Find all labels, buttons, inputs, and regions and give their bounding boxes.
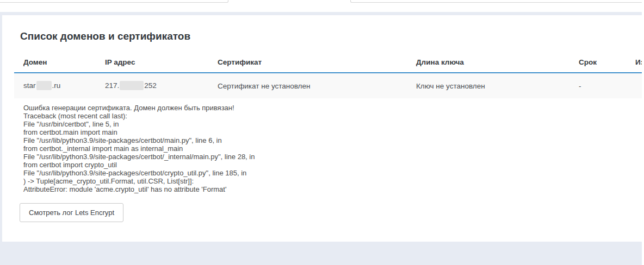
traceback-line: from certbot import crypto_util xyxy=(23,161,644,169)
traceback-line: from certbot.main import main xyxy=(23,128,644,136)
traceback-line: File "/usr/lib/python3.9/site-packages/c… xyxy=(23,169,644,177)
column-header-certificate[interactable]: Сертификат xyxy=(208,52,407,73)
traceback-line: ) -> Tuple[acme_crypto_util.Format, util… xyxy=(23,177,644,185)
inactive-tab-left-partial[interactable] xyxy=(0,0,228,3)
inactive-tab-right-partial[interactable] xyxy=(350,0,644,3)
column-header-key-length[interactable]: Длина ключа xyxy=(407,52,569,73)
view-log-button[interactable]: Смотреть лог Lets Encrypt xyxy=(20,203,123,222)
censored-domain-part xyxy=(36,81,52,90)
traceback-line: from certbot._internal import main as in… xyxy=(23,144,644,153)
traceback-line: Traceback (most recent call last): xyxy=(23,112,644,120)
censored-ip-part xyxy=(120,81,144,90)
table-row[interactable]: star.ru 217.252 Сертификат не установлен… xyxy=(14,73,644,98)
traceback-line: File "/usr/lib/python3.9/site-packages/c… xyxy=(23,153,644,161)
cell-certificate: Сертификат не установлен xyxy=(208,73,407,98)
traceback-line: File "/usr/lib/python3.9/site-packages/c… xyxy=(23,136,644,144)
page-title: Список доменов и сертификатов xyxy=(20,30,644,42)
column-header-term[interactable]: Срок xyxy=(569,52,626,73)
content-card: Список доменов и сертификатов Домен IP а… xyxy=(2,15,644,242)
cell-ip: 217.252 xyxy=(96,73,208,98)
error-traceback: Ошибка генерации сертификата. Домен долж… xyxy=(23,104,644,193)
domains-table: Домен IP адрес Сертификат Длина ключа Ср… xyxy=(14,52,644,98)
column-header-ip[interactable]: IP адрес xyxy=(96,52,208,73)
cell-domain: star.ru xyxy=(14,73,96,98)
table-header-row: Домен IP адрес Сертификат Длина ключа Ср… xyxy=(14,52,644,73)
scrollbar-track[interactable] xyxy=(642,0,644,265)
domain-suffix: .ru xyxy=(52,81,61,90)
tabs-bar xyxy=(0,0,644,12)
ip-suffix: 252 xyxy=(144,81,157,90)
ip-prefix: 217. xyxy=(105,81,119,90)
traceback-line: Ошибка генерации сертификата. Домен долж… xyxy=(23,104,644,112)
cell-key-length: Ключ не установлен xyxy=(407,73,569,98)
column-header-domain[interactable]: Домен xyxy=(14,52,96,73)
domain-prefix: star xyxy=(23,81,36,90)
traceback-line: AttributeError: module 'acme.crypto_util… xyxy=(23,185,644,193)
traceback-line: File "/usr/bin/certbot", line 5, in xyxy=(23,120,644,128)
cell-term: - xyxy=(569,73,626,98)
